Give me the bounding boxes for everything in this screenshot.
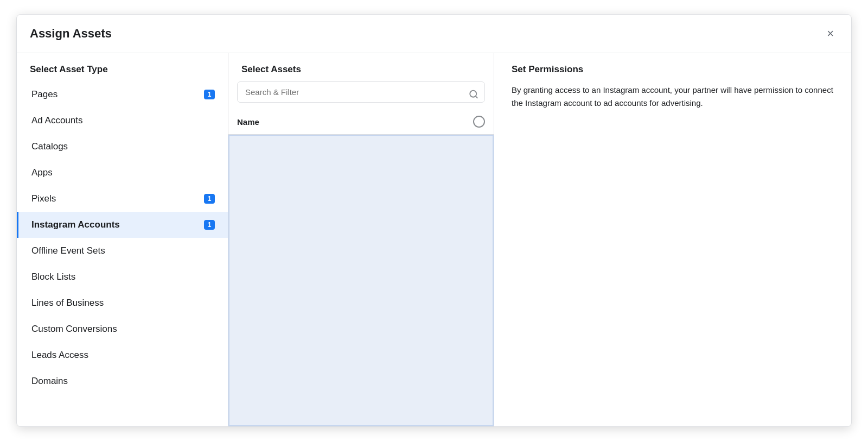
asset-type-item-lines-of-business[interactable]: Lines of Business (17, 290, 228, 316)
asset-type-label-offline-event-sets: Offline Event Sets (31, 245, 105, 256)
modal-header: Assign Assets × (17, 15, 851, 53)
modal-body: Select Asset Type Pages1Ad AccountsCatal… (17, 53, 851, 426)
right-panel: Set Permissions By granting access to an… (494, 53, 851, 426)
table-content (228, 135, 494, 426)
asset-type-item-leads-access[interactable]: Leads Access (17, 342, 228, 368)
asset-type-badge-instagram-accounts: 1 (204, 220, 215, 230)
asset-type-item-ad-accounts[interactable]: Ad Accounts (17, 108, 228, 134)
assign-assets-modal: Assign Assets × Select Asset Type Pages1… (16, 14, 852, 427)
middle-panel: Select Assets Name (228, 53, 494, 426)
table-header: Name (228, 109, 494, 135)
asset-type-label-ad-accounts: Ad Accounts (31, 115, 83, 126)
close-button[interactable]: × (822, 26, 838, 42)
asset-type-item-domains[interactable]: Domains (17, 368, 228, 394)
asset-type-label-apps: Apps (31, 167, 53, 178)
modal-overlay: Assign Assets × Select Asset Type Pages1… (0, 0, 868, 441)
asset-type-badge-pixels: 1 (204, 194, 215, 204)
asset-type-item-block-lists[interactable]: Block Lists (17, 264, 228, 290)
asset-type-label-domains: Domains (31, 376, 68, 387)
modal-title: Assign Assets (30, 27, 112, 41)
asset-type-list: Pages1Ad AccountsCatalogsAppsPixels1Inst… (17, 81, 228, 394)
left-panel-heading: Select Asset Type (17, 53, 228, 81)
asset-type-label-lines-of-business: Lines of Business (31, 298, 104, 308)
asset-type-item-apps[interactable]: Apps (17, 160, 228, 186)
middle-panel-heading: Select Assets (228, 53, 494, 81)
table-header-name: Name (237, 117, 259, 127)
set-permissions-heading: Set Permissions (512, 64, 834, 75)
asset-type-item-pages[interactable]: Pages1 (17, 81, 228, 108)
search-container (228, 81, 494, 109)
permission-description: By granting access to an Instagram accou… (512, 84, 834, 110)
asset-type-item-catalogs[interactable]: Catalogs (17, 134, 228, 160)
asset-type-label-leads-access: Leads Access (31, 350, 88, 361)
search-input[interactable] (237, 81, 485, 103)
select-all-checkbox[interactable] (473, 116, 485, 128)
asset-type-badge-pages: 1 (204, 90, 215, 99)
asset-type-label-block-lists: Block Lists (31, 272, 75, 282)
asset-type-item-offline-event-sets[interactable]: Offline Event Sets (17, 238, 228, 264)
left-panel: Select Asset Type Pages1Ad AccountsCatal… (17, 53, 228, 426)
asset-type-label-instagram-accounts: Instagram Accounts (31, 219, 120, 230)
asset-type-item-instagram-accounts[interactable]: Instagram Accounts1 (17, 212, 228, 238)
asset-type-label-catalogs: Catalogs (31, 141, 68, 152)
asset-type-label-pages: Pages (31, 89, 58, 100)
asset-type-item-pixels[interactable]: Pixels1 (17, 186, 228, 212)
asset-type-item-custom-conversions[interactable]: Custom Conversions (17, 316, 228, 342)
asset-type-label-custom-conversions: Custom Conversions (31, 324, 117, 335)
asset-type-label-pixels: Pixels (31, 193, 56, 204)
